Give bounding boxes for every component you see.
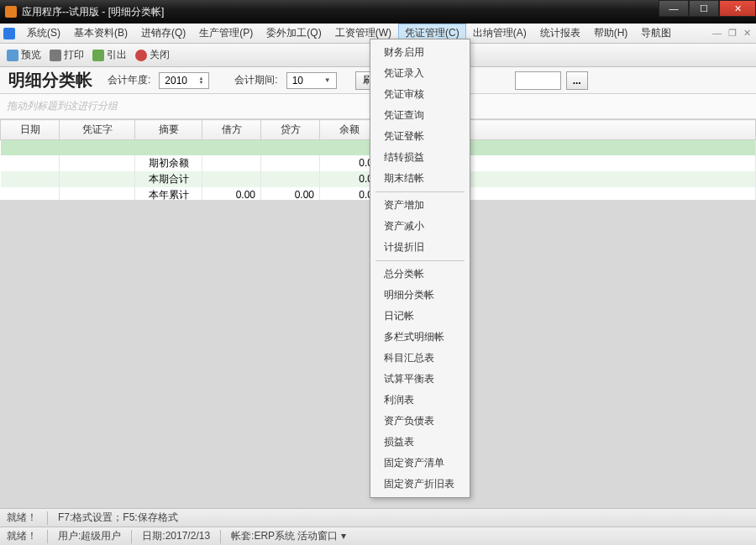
status-hint: F7:格式设置；F5:保存格式 (58, 511, 178, 525)
mdi-minimize-icon[interactable]: — (712, 28, 722, 39)
dd-item[interactable]: 明细分类帐 (372, 285, 468, 306)
window-titlebar: 应用程序--试用版 - [明细分类帐] — ☐ ✕ (0, 0, 756, 24)
period-label: 会计期间: (234, 73, 277, 87)
menu-cashier[interactable]: 出纳管理(A) (466, 24, 533, 43)
cell-summary: 期初余额 (135, 155, 202, 171)
print-icon (50, 50, 61, 61)
statusbar-upper: 就绪！ F7:格式设置；F5:保存格式 (0, 508, 756, 527)
dd-item[interactable]: 多栏式明细帐 (372, 327, 468, 348)
dd-item[interactable]: 凭证登帐 (372, 126, 468, 147)
close-icon (135, 50, 147, 61)
menu-production[interactable]: 生产管理(P) (192, 24, 260, 43)
cell-debit (202, 155, 261, 171)
menu-help[interactable]: 帮助(H) (587, 24, 635, 43)
window-controls: — ☐ ✕ (659, 0, 756, 17)
search-input[interactable] (515, 71, 561, 90)
period-select[interactable]: 10▼ (286, 72, 337, 89)
dd-separator (375, 260, 465, 261)
dd-item[interactable]: 利润表 (372, 390, 468, 411)
cell-credit (261, 171, 320, 187)
dd-item[interactable]: 结转损益 (372, 147, 468, 168)
cell-debit (202, 171, 261, 187)
period-value: 10 (292, 75, 303, 86)
export-label: 引出 (107, 48, 127, 62)
status-ready: 就绪！ (7, 511, 37, 525)
cell-summary: 本期合计 (135, 171, 202, 187)
year-spinner-icon[interactable]: ▲▼ (198, 76, 203, 85)
chevron-down-icon: ▼ (324, 76, 331, 84)
dd-item[interactable]: 固定资产折旧表 (372, 474, 468, 495)
menubar-icon (3, 28, 15, 39)
sb-separator (131, 530, 132, 543)
dd-item[interactable]: 固定资产清单 (372, 453, 468, 474)
dd-item[interactable]: 总分类帐 (372, 264, 468, 285)
menu-basicdata[interactable]: 基本资料(B) (67, 24, 134, 43)
dd-item[interactable]: 试算平衡表 (372, 369, 468, 390)
sb-separator (47, 511, 48, 525)
close-label: 关闭 (150, 48, 170, 62)
status-date: 日期:2017/2/13 (142, 529, 210, 543)
col-voucher[interactable]: 凭证字 (60, 120, 135, 140)
dd-item[interactable]: 凭证查询 (372, 105, 468, 126)
status-ready2: 就绪！ (7, 529, 37, 543)
print-button[interactable]: 打印 (50, 48, 84, 62)
dd-item[interactable]: 资产负债表 (372, 411, 468, 432)
dd-item[interactable]: 日记帐 (372, 306, 468, 327)
year-value: 2010 (165, 75, 187, 86)
dd-separator (375, 191, 465, 192)
cell-voucher (60, 155, 135, 171)
cell-date (1, 155, 60, 171)
app-icon (5, 6, 17, 18)
minimize-button[interactable]: — (659, 0, 689, 17)
statusbar-lower: 就绪！ 用户:超级用户 日期:2017/2/13 帐套:ERP系统 活动窗口 ▾ (0, 527, 756, 545)
col-summary[interactable]: 摘要 (135, 120, 202, 140)
menu-navmap[interactable]: 导航图 (634, 24, 678, 43)
dd-item[interactable]: 计提折旧 (372, 237, 468, 258)
year-select[interactable]: 2010▲▼ (159, 72, 209, 89)
print-label: 打印 (64, 48, 84, 62)
cell-credit (261, 155, 320, 171)
menu-system[interactable]: 系统(S) (20, 24, 67, 43)
export-icon (92, 50, 104, 61)
col-debit[interactable]: 借方 (202, 120, 261, 140)
lookup-button[interactable]: ... (566, 71, 588, 90)
voucher-dropdown-menu: 财务启用 凭证录入 凭证审核 凭证查询 凭证登帐 结转损益 期末结帐 资产增加 … (370, 39, 470, 498)
menu-reports[interactable]: 统计报表 (533, 24, 587, 43)
col-date[interactable]: 日期 (1, 120, 60, 140)
dd-item[interactable]: 财务启用 (372, 42, 468, 63)
dd-item[interactable]: 资产增加 (372, 195, 468, 216)
sb-separator (220, 530, 221, 543)
preview-button[interactable]: 预览 (7, 48, 41, 62)
dd-item[interactable]: 科目汇总表 (372, 348, 468, 369)
close-window-button[interactable]: 关闭 (135, 48, 170, 62)
dd-item[interactable]: 期末结帐 (372, 168, 468, 189)
year-label: 会计年度: (108, 73, 150, 87)
menu-outsource[interactable]: 委外加工(Q) (260, 24, 328, 43)
export-button[interactable]: 引出 (92, 48, 127, 62)
window-title: 应用程序--试用版 - [明细分类帐] (22, 5, 164, 19)
status-db[interactable]: 帐套:ERP系统 活动窗口 ▾ (231, 529, 346, 543)
dd-item[interactable]: 凭证录入 (372, 63, 468, 84)
col-credit[interactable]: 贷方 (261, 120, 320, 140)
page-title: 明细分类帐 (8, 69, 92, 92)
preview-icon (7, 50, 18, 61)
dd-item[interactable]: 损益表 (372, 432, 468, 453)
menu-inventory[interactable]: 进销存(Q) (134, 24, 192, 43)
mdi-controls: — ❐ ✕ (712, 28, 751, 39)
mdi-restore-icon[interactable]: ❐ (728, 28, 737, 39)
sb-separator (47, 530, 48, 543)
dd-item[interactable]: 凭证审核 (372, 84, 468, 105)
maximize-button[interactable]: ☐ (689, 0, 719, 17)
status-user: 用户:超级用户 (58, 529, 121, 543)
close-button[interactable]: ✕ (719, 0, 756, 17)
mdi-close-icon[interactable]: ✕ (743, 28, 751, 39)
preview-label: 预览 (21, 48, 41, 62)
dd-item[interactable]: 资产减小 (372, 216, 468, 237)
